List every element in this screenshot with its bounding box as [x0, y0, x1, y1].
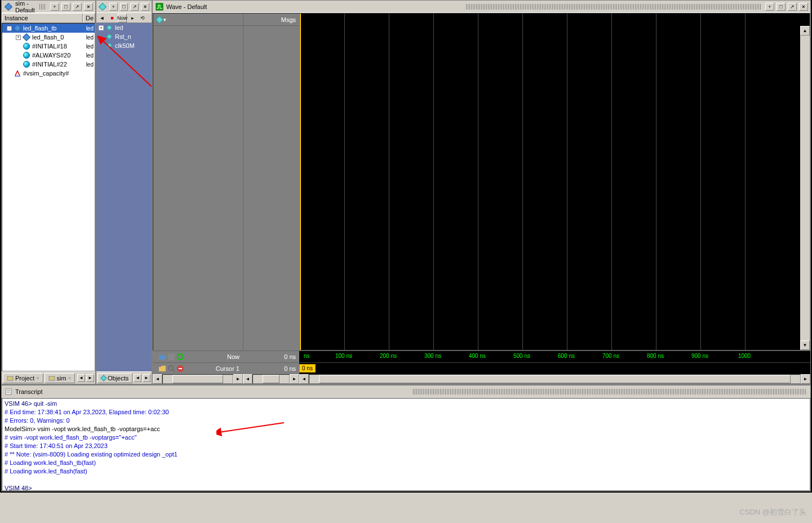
tab-nav-left[interactable]: ◄	[134, 374, 141, 382]
wave-signals-area[interactable]	[153, 26, 243, 350]
signal-row[interactable]: clk50M	[96, 41, 152, 50]
expander-icon[interactable]: +	[16, 35, 21, 40]
transcript-panel: Transcript VSIM 46> quit -sim# End time:…	[1, 384, 811, 491]
col-instance[interactable]: Instance	[2, 13, 83, 23]
timeline-tick: 200 ns	[380, 353, 397, 359]
expander-icon[interactable]: +	[99, 25, 104, 30]
scroll-thumb[interactable]	[263, 375, 279, 383]
cursor-row-icons	[156, 365, 184, 373]
scroll-left-button[interactable]: ◄	[299, 374, 309, 384]
pin-button[interactable]: +	[50, 3, 59, 11]
transcript-line: # End time: 17:38:41 on Apr 23,2023, Ela…	[5, 408, 807, 416]
transcript-titlebar[interactable]: Transcript	[2, 385, 810, 398]
expander-icon[interactable]: -	[7, 26, 12, 31]
col-de[interactable]: De	[83, 13, 95, 23]
now-button[interactable]: Now	[118, 14, 127, 23]
toolbar-btn-1[interactable]: ▸	[128, 14, 137, 23]
signal-row[interactable]: Rst_n	[96, 32, 152, 41]
tab-nav-right[interactable]: ►	[143, 374, 150, 382]
tab-nav-left[interactable]: ◄	[77, 374, 85, 382]
scroll-right-button[interactable]: ►	[290, 374, 299, 384]
delete-icon[interactable]	[176, 365, 184, 373]
wave-values-area[interactable]	[243, 26, 299, 350]
grid-line	[745, 14, 746, 350]
objects-body[interactable]: +ledRst_nclk50M	[96, 23, 152, 371]
cursor-marker[interactable]	[300, 14, 301, 350]
scroll-up-button[interactable]: ▲	[800, 26, 810, 36]
main-container: sim - Default + □ ↗ × Instance De -led_f…	[0, 0, 812, 493]
tab-close-icon[interactable]: ×	[68, 375, 71, 381]
scroll-thumb[interactable]	[319, 375, 791, 383]
close-button[interactable]: ×	[799, 3, 808, 11]
wave-canvas[interactable]	[300, 14, 810, 350]
search-icon[interactable]	[167, 365, 175, 373]
wave-vscroll[interactable]: ▲ ▼	[800, 26, 810, 350]
maximize-button[interactable]: □	[120, 3, 128, 11]
objects-titlebar[interactable]: + □ ↗ ×	[96, 1, 152, 13]
tab-objects[interactable]: Objects	[97, 373, 132, 383]
maximize-button[interactable]: □	[61, 3, 70, 11]
timeline-tick: 800 ns	[647, 353, 664, 359]
scroll-down-button[interactable]: ▼	[800, 340, 810, 350]
open-icon[interactable]	[158, 365, 166, 373]
tree-row[interactable]: #INITIAL#22led	[2, 60, 95, 69]
tab-nav-right[interactable]: ►	[86, 374, 94, 382]
scroll-left-button[interactable]: ◄	[153, 374, 162, 384]
close-button[interactable]: ×	[84, 3, 93, 11]
wave-titlebar[interactable]: Wave - Default + □ ↗ ×	[153, 1, 810, 13]
svg-rect-6	[168, 353, 175, 360]
wave-footer-left: Now Cursor 1	[153, 351, 243, 374]
hscroll-signals[interactable]	[162, 374, 233, 384]
pin-button[interactable]: +	[109, 3, 118, 11]
undock-button[interactable]: ↗	[788, 3, 797, 11]
tree-row[interactable]: +led_flash_0led	[2, 33, 95, 42]
svg-line-9	[172, 370, 175, 372]
tab-project[interactable]: Project×	[3, 373, 43, 383]
nav-back-button[interactable]: ◄	[97, 14, 107, 23]
tree-row[interactable]: -led_flash_tbled	[2, 24, 95, 33]
wave-signals-column[interactable]: ▾	[153, 14, 243, 350]
scroll-thumb[interactable]	[172, 375, 223, 383]
scroll-left-button[interactable]: ◄	[243, 374, 252, 384]
undock-button[interactable]: ↗	[130, 3, 139, 11]
tree-row[interactable]: #INITIAL#18led	[2, 42, 95, 51]
transcript-title: Transcript	[15, 388, 409, 395]
close-button[interactable]: ×	[141, 3, 149, 11]
tree-row[interactable]: #vsim_capacity#	[2, 69, 95, 78]
disk-icon[interactable]	[167, 353, 175, 361]
wave-values-column[interactable]: Msgs	[243, 14, 300, 350]
scroll-right-button[interactable]: ►	[233, 374, 243, 384]
hscroll-values[interactable]	[252, 374, 290, 384]
cursor-label: Cursor 1	[216, 365, 239, 372]
svg-rect-12	[6, 389, 11, 395]
timeline-tick: ns	[304, 353, 310, 359]
sim-tree[interactable]: -led_flash_tbled+led_flash_0led#INITIAL#…	[2, 23, 95, 371]
wave-timeline[interactable]: ns100 ns200 ns300 ns400 ns500 ns600 ns70…	[299, 351, 810, 362]
tab-close-icon[interactable]: ×	[36, 375, 39, 381]
tab-sim[interactable]: sim×	[45, 373, 75, 383]
hscroll-wave[interactable]	[309, 374, 801, 384]
signal-row[interactable]: +led	[96, 23, 152, 32]
grid-line	[433, 14, 434, 350]
undock-button[interactable]: ↗	[73, 3, 82, 11]
grid-line	[389, 14, 389, 350]
tree-label: led_flash_0	[32, 34, 64, 41]
cursor-position-box[interactable]: 0 ns	[299, 364, 316, 373]
folder-icon[interactable]	[158, 353, 166, 361]
objects-panel: + □ ↗ × ◄ ■ Now ▸ ⟲ +ledRst_nclk50M	[96, 0, 152, 384]
sim-titlebar[interactable]: sim - Default + □ ↗ ×	[2, 1, 95, 13]
transcript-line: VSIM 46> quit -sim	[5, 400, 807, 408]
library-icon	[7, 375, 14, 382]
wave-cursor-track[interactable]: 0 ns	[299, 362, 810, 374]
signal-icon	[105, 33, 113, 41]
pin-button[interactable]: +	[765, 3, 774, 11]
tree-row[interactable]: #ALWAYS#20led	[2, 51, 95, 60]
transcript-body[interactable]: VSIM 46> quit -sim# End time: 17:38:41 o…	[2, 398, 810, 491]
record-button[interactable]: ■	[108, 14, 117, 23]
wave-msgs-header: Msgs	[243, 14, 299, 26]
toolbar-btn-2[interactable]: ⟲	[138, 14, 147, 23]
refresh-icon[interactable]	[176, 353, 184, 361]
maximize-button[interactable]: □	[776, 3, 786, 11]
scroll-right-button[interactable]: ►	[801, 374, 810, 384]
dropdown-arrow-icon[interactable]: ▾	[163, 17, 166, 23]
